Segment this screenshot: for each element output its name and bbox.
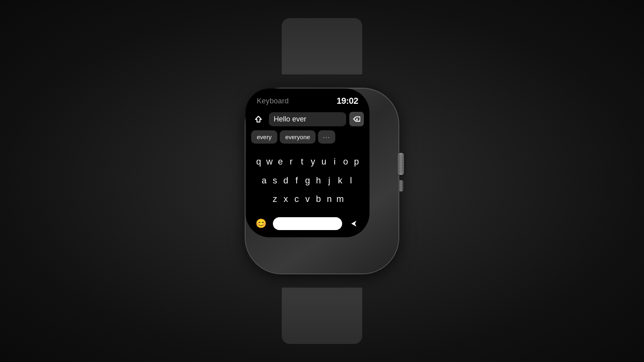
- key-m[interactable]: m: [335, 194, 346, 204]
- key-z[interactable]: z: [270, 194, 281, 204]
- key-f[interactable]: f: [291, 175, 302, 186]
- keyboard-row-2: a s d f g h j k l: [250, 175, 365, 186]
- suggestions-bar: every everyone ···: [246, 130, 369, 147]
- key-l[interactable]: l: [346, 175, 357, 186]
- key-c[interactable]: c: [291, 194, 302, 204]
- spacebar-button[interactable]: [273, 217, 342, 230]
- watch-screen: Keyboard 19:02 Hello ever: [246, 88, 369, 237]
- send-button[interactable]: [347, 216, 361, 231]
- emoji-button[interactable]: 😊: [254, 216, 268, 231]
- side-button[interactable]: [398, 180, 403, 191]
- key-w[interactable]: w: [264, 156, 275, 167]
- watch-container: Keyboard 19:02 Hello ever: [237, 64, 407, 298]
- key-n[interactable]: n: [324, 194, 335, 204]
- key-p[interactable]: p: [351, 156, 362, 167]
- key-g[interactable]: g: [302, 175, 313, 186]
- status-bar: Keyboard 19:02: [246, 88, 369, 110]
- key-o[interactable]: o: [340, 156, 351, 167]
- key-j[interactable]: j: [324, 175, 335, 186]
- key-y[interactable]: y: [308, 156, 318, 167]
- key-x[interactable]: x: [281, 194, 291, 204]
- keyboard-area: q w e r t y u i o p a s d f g h: [246, 147, 369, 214]
- suggestion-every[interactable]: every: [251, 130, 277, 144]
- key-u[interactable]: u: [318, 156, 329, 167]
- watch-band-bottom: [282, 288, 362, 344]
- app-title: Keyboard: [257, 97, 289, 105]
- key-r[interactable]: r: [286, 156, 297, 167]
- keyboard-row-3: z x c v b n m: [250, 194, 365, 204]
- key-q[interactable]: q: [253, 156, 264, 167]
- bottom-bar: 😊: [246, 214, 369, 237]
- key-v[interactable]: v: [302, 194, 313, 204]
- key-i[interactable]: i: [329, 156, 340, 167]
- key-a[interactable]: a: [259, 175, 270, 186]
- suggestion-more[interactable]: ···: [318, 130, 335, 144]
- key-e[interactable]: e: [275, 156, 286, 167]
- key-d[interactable]: d: [281, 175, 291, 186]
- watch-case: Keyboard 19:02 Hello ever: [246, 88, 398, 274]
- watch-band-top: [282, 18, 362, 74]
- keyboard-row-1: q w e r t y u i o p: [250, 156, 365, 167]
- key-s[interactable]: s: [270, 175, 281, 186]
- key-k[interactable]: k: [335, 175, 346, 186]
- key-b[interactable]: b: [313, 194, 324, 204]
- suggestion-everyone[interactable]: everyone: [280, 130, 316, 144]
- time-display: 19:02: [336, 96, 358, 106]
- digital-crown[interactable]: [398, 153, 404, 175]
- delete-button[interactable]: [349, 112, 364, 126]
- text-input-field[interactable]: Hello ever: [269, 112, 346, 126]
- key-h[interactable]: h: [313, 175, 324, 186]
- key-t[interactable]: t: [297, 156, 308, 167]
- input-area: Hello ever: [246, 110, 369, 130]
- shift-button[interactable]: [251, 112, 266, 126]
